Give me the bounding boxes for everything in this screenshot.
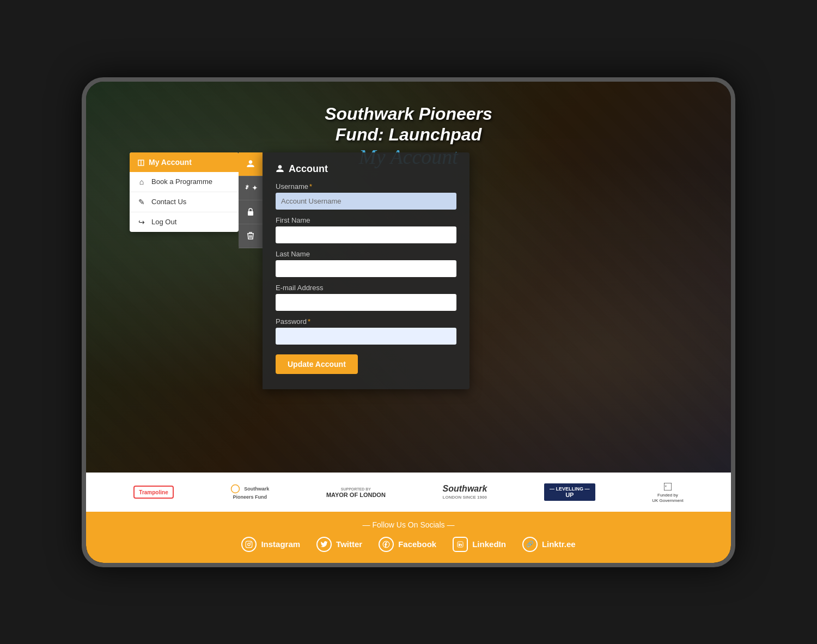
tab-lock[interactable] [239,200,263,224]
ukgov-crest-icon: ⚜ [662,481,673,492]
email-label: E-mail Address [276,284,456,292]
logo-southwark: Southwark LONDON SINCE 1900 [443,481,487,503]
linkedin-label: LinkedIn [472,539,506,549]
svg-point-5 [231,485,240,493]
first-name-input[interactable] [276,226,456,243]
asterisk-symbol: ✦ [252,183,258,192]
menu-item-logout-label: Log Out [151,218,176,226]
social-link-twitter[interactable]: Twitter [316,537,362,552]
username-input[interactable] [276,193,456,210]
password-label: Password* [276,317,456,326]
twitter-icon [316,537,332,552]
username-group: Username* [276,182,456,210]
social-link-instagram[interactable]: Instagram [241,537,300,552]
svg-point-14 [459,543,460,544]
svg-text:✦: ✦ [245,186,249,191]
password-input[interactable] [276,328,456,345]
twitter-label: Twitter [336,539,362,549]
menu-header-icon: ◫ [137,158,144,167]
linktree-icon: 🔗 [522,537,538,552]
social-link-facebook[interactable]: Facebook [379,537,436,552]
tab-panel: ✦ ✦ [239,152,263,248]
menu-item-contact-label: Contact Us [151,198,186,206]
facebook-label: Facebook [398,539,436,549]
social-footer: — Follow Us On Socials — Instagram [86,512,731,563]
svg-point-10 [251,542,252,543]
pen-icon: ✎ [137,198,146,206]
tab-account[interactable] [239,152,263,176]
account-form-panel: Account Username* First Name Last Name [263,152,470,389]
tab-delete[interactable] [239,224,263,248]
first-name-group: First Name [276,216,456,243]
social-link-linktree[interactable]: 🔗 Linktr.ee [522,537,576,552]
logout-icon: ↪ [137,218,146,226]
home-icon: ⌂ [137,177,146,186]
menu-header: ◫ My Account [130,152,239,172]
logo-mayor: SUPPORTED BY MAYOR OF LONDON [326,481,386,503]
account-icon [276,164,284,173]
svg-rect-8 [246,541,253,548]
footer-logos: Trampoline SouthwarkPioneers Fund SUPPOR… [86,473,731,512]
username-label: Username* [276,182,456,191]
tablet-frame: Southwark Pioneers Fund: Launchpad My Ac… [82,77,735,567]
trash-icon [247,231,254,240]
svg-rect-13 [459,544,460,546]
last-name-group: Last Name [276,250,456,277]
tab-settings[interactable]: ✦ ✦ [239,176,263,200]
sidebar-item-contact-us[interactable]: ✎ Contact Us [130,192,239,212]
menu-item-book-label: Book a Programme [151,177,212,186]
svg-rect-1 [248,211,253,216]
social-links-container: Instagram Twitter [108,537,709,552]
instagram-icon [241,537,257,552]
facebook-icon [379,537,394,552]
social-link-linkedin[interactable]: LinkedIn [453,537,506,552]
logo-levelling: — LEVELLING — UP [544,481,595,503]
password-group: Password* [276,317,456,345]
linkedin-icon [453,537,468,552]
last-name-input[interactable] [276,260,456,277]
svg-point-9 [248,543,251,545]
first-name-label: First Name [276,216,456,224]
svg-text:⚜: ⚜ [664,484,667,488]
menu-header-label: My Account [149,158,192,167]
user-icon [246,160,255,168]
sidebar-item-log-out[interactable]: ↪ Log Out [130,212,239,232]
spf-icon [230,484,240,494]
hero-section: Southwark Pioneers Fund: Launchpad My Ac… [86,82,731,473]
update-account-button[interactable]: Update Account [276,354,358,374]
logo-trampoline: Trampoline [133,481,173,503]
email-group: E-mail Address [276,284,456,311]
sidebar-item-book-programme[interactable]: ⌂ Book a Programme [130,172,239,192]
logo-spf: SouthwarkPioneers Fund [230,481,269,503]
tablet-inner: Southwark Pioneers Fund: Launchpad My Ac… [86,82,731,563]
logo-ukgov: ⚜ Funded byUK Government [652,481,683,503]
instagram-label: Instagram [261,539,300,549]
side-menu: ◫ My Account ⌂ Book a Programme ✎ Contac… [130,152,239,232]
email-input[interactable] [276,294,456,311]
last-name-label: Last Name [276,250,456,258]
lock-icon [247,207,254,216]
account-section-title: Account [276,163,456,175]
linktree-label: Linktr.ee [542,539,576,549]
asterisk-icon: ✦ [243,183,252,192]
app-title-line1: Southwark Pioneers Fund: Launchpad [325,103,492,145]
follow-us-title: — Follow Us On Socials — [108,520,709,529]
